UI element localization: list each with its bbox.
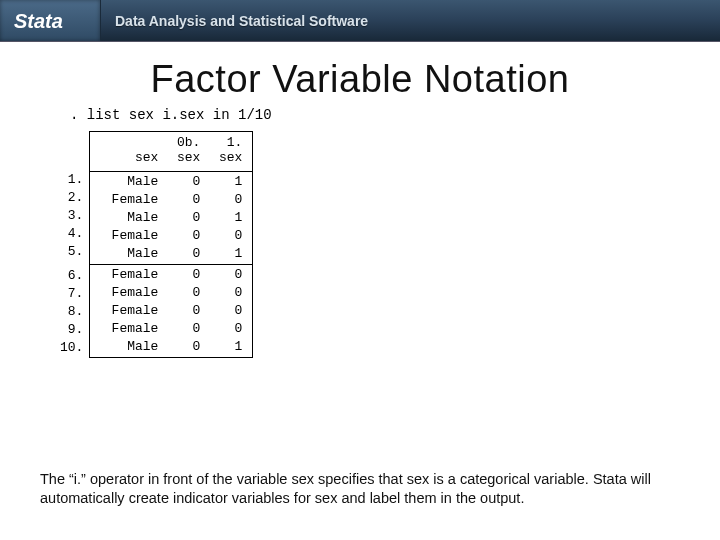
row-number: 2.	[60, 189, 83, 207]
row-number: 7.	[60, 285, 83, 303]
slide-title: Factor Variable Notation	[0, 58, 720, 101]
table-row: Male01	[100, 173, 242, 191]
table-row: Male01	[100, 209, 242, 227]
data-box: 0b.1.sexsexsex Male01 Female00 Male01 Fe…	[89, 131, 253, 358]
command-line: . list sex i.sex in 1/10	[70, 107, 720, 125]
row-number: 9.	[60, 321, 83, 339]
row-number: 10.	[60, 339, 83, 357]
row-number: 1.	[60, 171, 83, 189]
row-number: 3.	[60, 207, 83, 225]
row-number: 4.	[60, 225, 83, 243]
stata-output-block: . list sex i.sex in 1/10	[70, 107, 720, 125]
svg-text:Stata: Stata	[14, 10, 63, 32]
table-row: Female00	[100, 302, 242, 320]
brand-logo: Stata	[0, 0, 101, 41]
table-row: Female00	[100, 284, 242, 302]
app-header: Stata Data Analysis and Statistical Soft…	[0, 0, 720, 42]
row-group: Female00 Female00 Female00 Female00 Male…	[90, 264, 252, 357]
row-group: Male01 Female00 Male01 Female00 Male01	[90, 172, 252, 264]
row-number-column: 1. 2. 3. 4. 5. 6. 7. 8. 9. 10.	[60, 131, 89, 358]
slide-caption: The “i.” operator in front of the variab…	[40, 470, 680, 508]
table-row: Female00	[100, 191, 242, 209]
output-table: 1. 2. 3. 4. 5. 6. 7. 8. 9. 10. 0b.1.sexs…	[60, 131, 720, 358]
column-headers: 0b.1.sexsexsex	[90, 132, 252, 172]
row-number: 5.	[60, 243, 83, 261]
table-row: Female00	[100, 227, 242, 245]
table-row: Female00	[100, 320, 242, 338]
table-row: Female00	[100, 266, 242, 284]
table-row: Male01	[100, 245, 242, 263]
table-row: Male01	[100, 338, 242, 356]
row-number: 6.	[60, 267, 83, 285]
brand-tagline: Data Analysis and Statistical Software	[115, 13, 368, 29]
row-number: 8.	[60, 303, 83, 321]
